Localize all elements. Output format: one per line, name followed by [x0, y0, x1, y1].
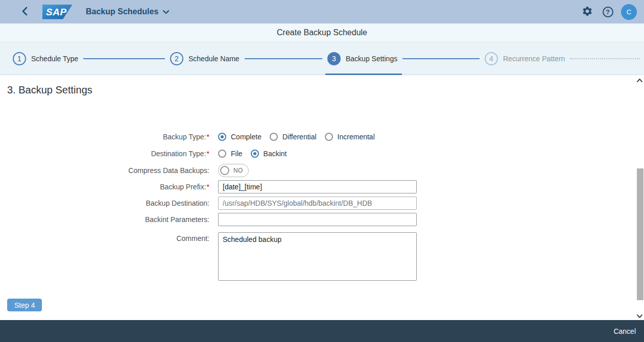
backint-parameters-input[interactable]: [218, 213, 417, 226]
avatar[interactable]: C: [621, 4, 637, 20]
destination-type-row: Destination Type:* File Backint: [0, 145, 644, 162]
backup-prefix-label: Backup Prefix:*: [0, 183, 209, 191]
section-heading: 3. Backup Settings: [7, 84, 644, 96]
backup-destination-input: [218, 197, 417, 210]
required-marker: *: [207, 133, 209, 141]
scroll-down-arrow[interactable]: [635, 312, 644, 320]
settings-button[interactable]: [579, 4, 595, 20]
wizard-step-backup-settings[interactable]: 3 Backup Settings: [327, 52, 485, 65]
backint-parameters-row: Backint Parameters:: [0, 211, 644, 228]
comment-label: Comment:: [0, 234, 209, 242]
radio-icon: [218, 150, 226, 158]
backup-type-radio-group: Complete Differential Incremental: [218, 133, 375, 141]
step-4-button[interactable]: Step 4: [7, 299, 42, 311]
app-window: SAP Backup Schedules ? C Create Backup S…: [0, 0, 644, 342]
radio-incremental[interactable]: Incremental: [325, 133, 375, 141]
chevron-left-icon: [21, 7, 28, 17]
step-label: Schedule Name: [188, 55, 240, 63]
backup-prefix-row: Backup Prefix:*: [0, 179, 644, 195]
avatar-initial: C: [627, 8, 631, 16]
step-connector: [402, 58, 480, 59]
scroll-up-arrow[interactable]: [635, 76, 644, 84]
comment-textarea[interactable]: Scheduled backup: [218, 232, 417, 281]
wizard-step-schedule-type[interactable]: 1 Schedule Type: [13, 52, 170, 65]
gear-icon: [582, 6, 593, 18]
page-title-bar: Create Backup Schedule: [0, 23, 644, 42]
chevron-down-icon: [162, 8, 170, 16]
compress-toggle[interactable]: NO: [218, 164, 249, 177]
app-title: Backup Schedules: [86, 7, 158, 16]
shell-header: SAP Backup Schedules ? C: [0, 0, 644, 23]
backup-destination-label: Backup Destination:: [0, 199, 209, 207]
chevron-up-icon: [636, 76, 643, 85]
chevron-down-icon: [636, 311, 643, 321]
backup-type-label: Backup Type:*: [0, 133, 209, 141]
step-number-badge: 1: [13, 52, 26, 65]
step-connector: [245, 58, 322, 59]
scrollbar-thumb[interactable]: [637, 168, 643, 300]
content-area: 3. Backup Settings Backup Type:* Complet…: [0, 75, 644, 320]
step-label: Recurrence Pattern: [503, 55, 565, 63]
backup-settings-form: Backup Type:* Complete Differential Incr…: [0, 128, 644, 281]
wizard-progress-bar: 1 Schedule Type 2 Schedule Name 3 Backup…: [0, 42, 644, 75]
app-title-menu[interactable]: Backup Schedules: [86, 7, 170, 16]
radio-icon: [325, 133, 333, 141]
step-label: Schedule Type: [31, 55, 78, 63]
wizard-step-schedule-name[interactable]: 2 Schedule Name: [170, 52, 327, 65]
backup-destination-row: Backup Destination:: [0, 195, 644, 211]
backint-parameters-label: Backint Parameters:: [0, 215, 209, 224]
step-number-badge: 3: [327, 52, 341, 65]
back-button[interactable]: [19, 5, 30, 19]
radio-complete[interactable]: Complete: [218, 133, 261, 141]
toggle-state-text: NO: [233, 167, 243, 174]
required-marker: *: [207, 183, 209, 191]
comment-row: Comment: Scheduled backup: [0, 232, 644, 281]
backup-prefix-input[interactable]: [218, 180, 417, 193]
help-button[interactable]: ?: [600, 4, 616, 20]
cancel-button[interactable]: Cancel: [613, 327, 636, 335]
compress-row: Compress Data Backups: NO: [0, 162, 644, 179]
step-number-badge: 2: [170, 52, 183, 65]
step-connector: [570, 58, 640, 59]
destination-type-radio-group: File Backint: [218, 150, 287, 158]
required-marker: *: [207, 150, 209, 158]
backup-type-row: Backup Type:* Complete Differential Incr…: [0, 128, 644, 145]
destination-type-label: Destination Type:*: [0, 150, 209, 158]
radio-backint[interactable]: Backint: [251, 150, 287, 158]
radio-file[interactable]: File: [218, 150, 243, 158]
page-title: Create Backup Schedule: [277, 28, 367, 37]
step-connector: [83, 58, 165, 59]
toggle-handle-icon: [220, 166, 229, 175]
footer-bar: Cancel: [0, 320, 644, 342]
radio-differential[interactable]: Differential: [270, 133, 317, 141]
radio-icon: [218, 133, 226, 141]
question-mark-icon: ?: [603, 7, 613, 17]
radio-icon: [270, 133, 278, 141]
step-label: Backup Settings: [346, 55, 397, 63]
wizard-step-recurrence-pattern[interactable]: 4 Recurrence Pattern: [485, 52, 644, 65]
compress-label: Compress Data Backups:: [0, 166, 209, 175]
sap-logo: SAP: [42, 5, 73, 19]
step-number-badge: 4: [485, 52, 498, 65]
radio-icon: [251, 150, 259, 158]
